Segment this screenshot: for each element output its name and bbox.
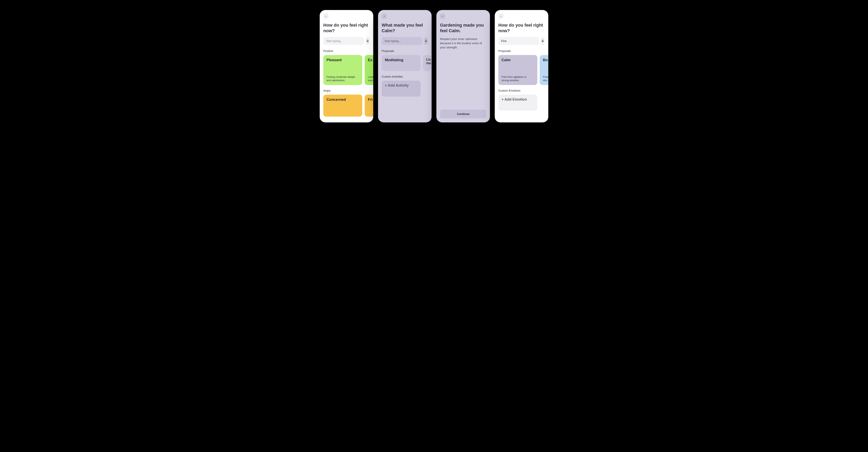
continue-button[interactable]: Continue — [440, 110, 486, 118]
card-desc: Feeling moderate delight and satisfactio… — [327, 75, 359, 82]
back-button[interactable]: ‹ — [323, 13, 329, 19]
summary-text: Respect your inner calmness because it i… — [440, 37, 486, 50]
search-input[interactable] — [498, 37, 539, 45]
search-input[interactable] — [323, 37, 364, 45]
chevron-left-icon: ‹ — [500, 15, 501, 18]
card-title: + Add Activity — [385, 83, 417, 88]
card-desc: Free stro — [543, 75, 547, 82]
card-desc: Look som — [368, 75, 371, 82]
mic-button[interactable] — [424, 37, 428, 45]
activity-card-meditating[interactable]: Meditating — [382, 55, 421, 71]
emotion-card-calm[interactable]: Calm Free from agitation or strong emoti… — [498, 55, 537, 85]
card-desc: Free from agitation or strong emotion. — [501, 75, 534, 82]
card-title: Meditating — [385, 58, 417, 62]
card-title: Ex — [368, 58, 371, 62]
section-label-positive: Positive — [323, 49, 370, 53]
page-title: Gardening made you feel Calm. — [440, 22, 486, 33]
screen-feel-now-typed: ‹ How do you feel right now? Proposals C… — [495, 10, 548, 122]
screen-what-made-calm: ‹ What made you feel Calm? Proposals Med… — [378, 10, 432, 122]
svg-rect-2 — [426, 40, 426, 41]
card-title: Bo — [543, 58, 547, 62]
chevron-left-icon: ‹ — [384, 15, 385, 18]
svg-rect-4 — [542, 40, 543, 41]
section-label-custom-emotions: Custom Emotions — [498, 89, 545, 92]
card-title: Concerned — [327, 97, 359, 102]
mic-button[interactable] — [366, 37, 370, 45]
card-title: Fri — [368, 97, 371, 102]
card-title: Pleasant — [327, 58, 359, 62]
activity-card-peek[interactable]: Lis mu — [423, 55, 431, 71]
mic-button[interactable] — [540, 37, 545, 45]
microphone-icon — [541, 39, 544, 43]
section-label-proposals: Proposals — [382, 49, 428, 53]
chevron-left-icon: ‹ — [442, 15, 443, 18]
page-title: What made you feel Calm? — [382, 22, 428, 33]
screen-feel-now: ‹ How do you feel right now? Positive Pl… — [320, 10, 373, 122]
emotion-card-concerned[interactable]: Concerned — [323, 94, 362, 117]
emotion-card-peek[interactable]: Bo Free stro — [540, 55, 548, 85]
microphone-icon — [366, 39, 369, 43]
back-button[interactable]: ‹ — [382, 13, 387, 19]
screen-summary: ‹ Gardening made you feel Calm. Respect … — [436, 10, 490, 122]
back-button[interactable]: ‹ — [440, 13, 445, 19]
continue-label: Continue — [457, 112, 470, 116]
emotion-card-peek[interactable]: Fri — [365, 94, 373, 117]
search-input[interactable] — [382, 37, 422, 45]
back-button[interactable]: ‹ — [498, 13, 503, 19]
add-emotion-button[interactable]: + Add Emotion — [498, 94, 537, 111]
emotion-card-peek[interactable]: Ex Look som — [365, 55, 373, 85]
section-label-custom-activities: Custom Activities — [382, 75, 428, 78]
emotion-card-pleasant[interactable]: Pleasant Feeling moderate delight and sa… — [323, 55, 362, 85]
section-label-angry: Angry — [323, 89, 370, 92]
page-title: How do you feel right now? — [498, 22, 545, 33]
card-title: + Add Emotion — [501, 97, 534, 102]
card-title: Calm — [501, 58, 534, 62]
svg-rect-0 — [367, 40, 368, 41]
section-label-proposals: Proposals — [498, 49, 545, 53]
chevron-left-icon: ‹ — [326, 15, 327, 18]
card-title: Lis mu — [426, 58, 428, 65]
add-activity-button[interactable]: + Add Activity — [382, 81, 421, 96]
page-title: How do you feel right now? — [323, 22, 370, 33]
microphone-icon — [425, 39, 428, 43]
